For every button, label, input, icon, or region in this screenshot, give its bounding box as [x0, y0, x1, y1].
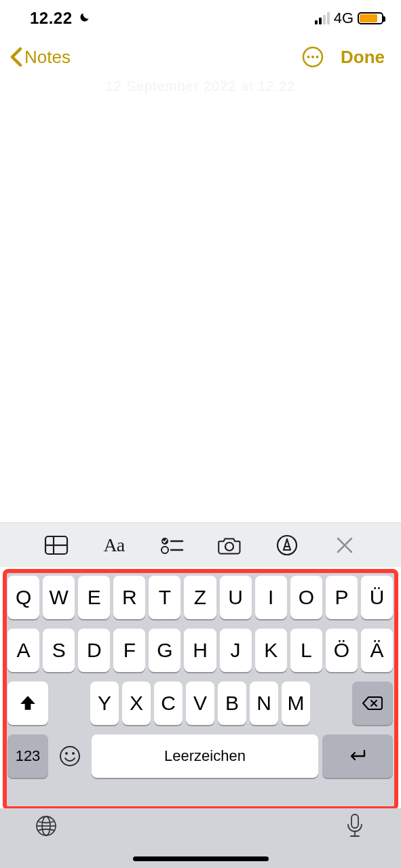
battery-icon — [358, 12, 383, 24]
signal-icon — [315, 12, 330, 24]
table-button[interactable] — [41, 530, 72, 561]
svg-point-11 — [225, 542, 233, 551]
navigation-bar: Notes Done — [0, 37, 401, 77]
markup-button[interactable] — [271, 530, 303, 561]
svg-point-2 — [311, 56, 314, 58]
back-button[interactable]: Notes — [9, 47, 71, 68]
pencil-circle-icon — [275, 534, 299, 557]
svg-rect-20 — [351, 814, 358, 828]
back-button-label: Notes — [24, 47, 71, 68]
globe-icon — [34, 814, 58, 838]
more-button[interactable] — [301, 45, 324, 68]
globe-key[interactable] — [31, 811, 61, 841]
microphone-icon — [345, 812, 365, 840]
home-indicator[interactable] — [133, 856, 269, 861]
status-bar: 12.22 4G — [0, 0, 401, 37]
status-time-text: 12.22 — [30, 9, 73, 28]
svg-point-3 — [316, 56, 319, 58]
ellipsis-circle-icon — [301, 45, 324, 68]
status-right: 4G — [315, 9, 383, 27]
note-editor[interactable] — [0, 81, 401, 522]
format-toolbar: Aa — [0, 522, 401, 567]
camera-icon — [216, 535, 242, 555]
svg-point-1 — [307, 56, 310, 58]
network-label: 4G — [334, 9, 354, 27]
checklist-button[interactable] — [156, 530, 187, 561]
chevron-left-icon — [9, 47, 23, 67]
status-time: 12.22 — [30, 9, 90, 28]
text-format-button[interactable]: Aa — [98, 530, 130, 561]
checklist-icon — [159, 535, 184, 555]
camera-button[interactable] — [214, 530, 245, 561]
close-toolbar-button[interactable] — [329, 530, 360, 561]
do-not-disturb-icon — [77, 12, 90, 25]
dictation-key[interactable] — [340, 811, 370, 841]
table-icon — [44, 535, 69, 555]
svg-point-9 — [161, 547, 168, 553]
keyboard-highlight-frame — [3, 569, 398, 810]
done-button[interactable]: Done — [341, 47, 385, 68]
close-icon — [335, 536, 354, 555]
